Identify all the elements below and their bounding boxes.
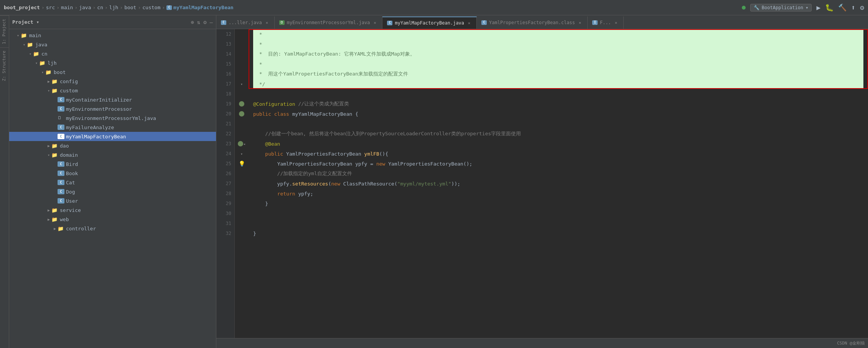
arrow-cn: ▾ [28, 52, 33, 56]
tree-item-java[interactable]: ▾ 📁 java [9, 40, 216, 49]
tree-label-boot: boot [54, 69, 66, 75]
side-tab-project[interactable]: 1: Project [0, 15, 9, 47]
arrow-config: ▶ [46, 79, 51, 84]
tree-item-cn[interactable]: ▾ 📁 cn [9, 49, 216, 58]
tree-item-main[interactable]: ▾ 📁 main [9, 31, 216, 40]
tree-item-web[interactable]: ▶ 📁 web [9, 215, 216, 224]
tab-yamlproperties[interactable]: C YamlPropertiesFactoryBean.class × [477, 16, 588, 29]
tab-close-f[interactable]: × [613, 20, 619, 25]
tree-item-Bird[interactable]: C Bird [9, 159, 216, 169]
side-tab-structure[interactable]: Z: Structure [0, 47, 9, 84]
folder-icon-custom: 📁 [51, 88, 58, 93]
bulb-25[interactable]: 💡 [239, 161, 245, 167]
code-line-23: @Bean [253, 139, 863, 149]
class-icon-User: C [58, 198, 64, 204]
folder-icon-service: 📁 [51, 207, 58, 213]
gutter-18 [235, 89, 249, 99]
code-lines: * * * 目的: YamlMapFactoryBean: 它将YAML文件加载… [249, 29, 868, 238]
breadcrumb-project[interactable]: boot_project [4, 5, 40, 10]
code-area[interactable]: * * * 目的: YamlMapFactoryBean: 它将YAML文件加载… [249, 29, 868, 338]
tree-item-myEnvironmentProcessor[interactable]: C myEnvironmentProcessor [9, 104, 216, 113]
tab-icon-myyamlfactory: C [387, 21, 392, 25]
gutter-22 [235, 129, 249, 139]
arrow-boot: ▾ [40, 70, 45, 74]
tab-close-envprocessoryml[interactable]: × [372, 20, 377, 25]
tree-item-myEnvironmentProcessorYml[interactable]: 🗋 myEnvironmentProcessorYml.java [9, 113, 216, 123]
tree-item-User[interactable]: C User [9, 196, 216, 205]
gutter-17: ▾ [235, 79, 249, 89]
fold-arrow-24[interactable]: ▾ [240, 152, 243, 156]
tab-icon-controller: C [221, 20, 226, 25]
panel-locate-btn[interactable]: ⊕ [191, 19, 194, 25]
tree-item-Book[interactable]: C Book [9, 169, 216, 178]
gutter-29 [235, 199, 249, 208]
line-num-23: 23 [216, 139, 234, 149]
tree-item-myFailureAnalyze[interactable]: C myFailureAnalyze [9, 123, 216, 132]
arrow-custom: ▾ [46, 89, 51, 93]
tab-icon-f: I [592, 20, 598, 25]
fold-arrow-17[interactable]: ▾ [240, 82, 243, 86]
breadcrumb-src[interactable]: src [46, 5, 55, 10]
code-line-26: //加载指定的yml自定义配置文件 [253, 169, 863, 179]
top-bar: boot_project › src › main › java › cn › … [0, 0, 868, 15]
tree-item-myContainerInitializer[interactable]: C myContainerInitializer [9, 95, 216, 104]
editor-tabs: C ...ller.java × 🗋 myEnvironmentProcesso… [216, 15, 868, 29]
panel-title: Project ▾ [12, 19, 188, 25]
tab-close-myyamlfactory[interactable]: × [466, 20, 472, 26]
tree-item-custom[interactable]: ▾ 📁 custom [9, 86, 216, 95]
breadcrumb-boot[interactable]: boot [124, 5, 136, 10]
tree-item-boot[interactable]: ▾ 📁 boot [9, 67, 216, 77]
tree-label-User: User [66, 198, 78, 204]
tab-controller[interactable]: C ...ller.java × [216, 16, 275, 29]
tree-label-myContainerInitializer: myContainerInitializer [66, 97, 132, 103]
tree-item-ljh[interactable]: ▾ 📁 ljh [9, 58, 216, 67]
breadcrumb: boot_project › src › main › java › cn › … [4, 5, 742, 10]
breadcrumb-cn[interactable]: cn [97, 5, 103, 10]
run-configuration[interactable]: 🔧 BootApplication ▾ [750, 4, 812, 11]
tree-item-myYamlMapFactoryBean[interactable]: C myYamlMapFactoryBean [9, 132, 216, 141]
breadcrumb-current[interactable]: myYamlMapFactoryBean [173, 5, 234, 10]
panel-collapse-btn[interactable]: ⇅ [197, 19, 200, 25]
tree-item-domain[interactable]: ▾ 📁 domain [9, 150, 216, 159]
tree-item-service[interactable]: ▶ 📁 service [9, 205, 216, 215]
class-icon-myYamlMapFactoryBean: C [58, 134, 64, 139]
file-tree: ▾ 📁 main ▾ 📁 java ▾ 📁 cn ▾ 📁 ljh ▾ [9, 29, 216, 348]
build-button[interactable]: 🔨 [838, 3, 847, 11]
tab-envprocessoryml[interactable]: 🗋 myEnvironmentProcessorYml.java × [275, 16, 383, 29]
line-num-28: 28 [216, 189, 234, 199]
breadcrumb-custom[interactable]: custom [142, 5, 160, 10]
tree-item-Dog[interactable]: C Dog [9, 187, 216, 196]
class-icon-Bird: C [58, 161, 64, 167]
line-num-20: 20 [216, 109, 234, 119]
settings-button[interactable]: ⚙ [860, 3, 864, 11]
debug-button[interactable]: 🐛 [825, 3, 833, 11]
tree-label-controller: controller [66, 226, 96, 231]
tab-close-controller[interactable]: × [264, 20, 270, 25]
tab-f[interactable]: I F... × [588, 16, 624, 29]
tab-myyamlfactory[interactable]: C myYamlMapFactoryBean.java × [382, 16, 477, 29]
run-button[interactable]: ▶ [816, 3, 820, 11]
breadcrumb-ljh[interactable]: ljh [109, 5, 118, 10]
tree-item-config[interactable]: ▶ 📁 config [9, 77, 216, 86]
tree-item-Cat[interactable]: C Cat [9, 178, 216, 187]
tree-item-controller[interactable]: ▶ 📁 controller [9, 224, 216, 233]
line-num-32: 32 [216, 228, 234, 238]
update-button[interactable]: ⬆ [851, 3, 855, 11]
breadcrumb-main[interactable]: main [61, 5, 73, 10]
code-line-32: } [253, 228, 863, 238]
line-num-31: 31 [216, 218, 234, 228]
folder-icon-controller: 📁 [58, 226, 64, 231]
line-num-29: 29 [216, 199, 234, 208]
tab-icon-envprocessoryml: 🗋 [279, 20, 285, 25]
folder-icon-boot: 📁 [45, 69, 52, 75]
panel-settings-btn[interactable]: ⚙ [203, 19, 206, 25]
tab-close-yamlproperties[interactable]: × [577, 20, 583, 25]
breadcrumb-java[interactable]: java [79, 5, 91, 10]
panel-hide-btn[interactable]: — [210, 19, 213, 25]
code-line-25: YamlPropertiesFactoryBean ypfy = new Yam… [253, 159, 863, 169]
folder-icon-config: 📁 [51, 79, 58, 84]
line-num-24: 24 [216, 149, 234, 159]
tree-item-dao[interactable]: ▶ 📁 dao [9, 141, 216, 150]
fold-marker-23: ◂ [243, 142, 245, 146]
gutter-31 [235, 218, 249, 228]
